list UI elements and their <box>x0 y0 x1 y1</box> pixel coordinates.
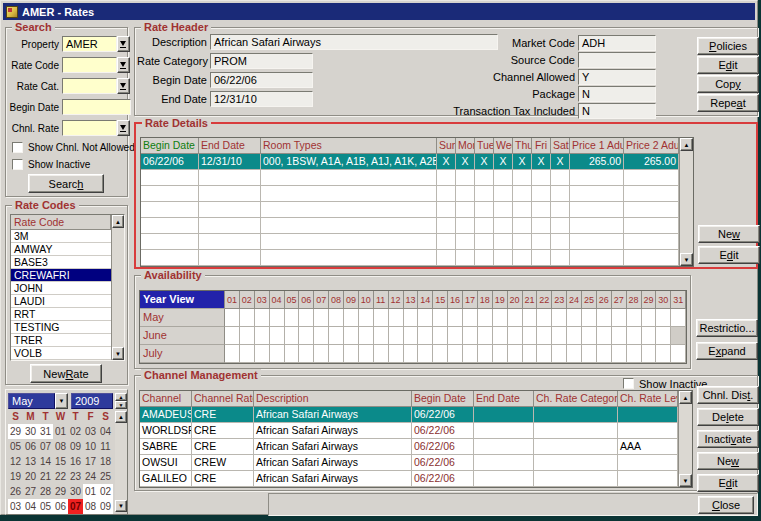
scroll-track[interactable] <box>112 228 124 347</box>
calendar-day[interactable]: 22 <box>53 469 68 484</box>
rate-code-item[interactable]: JOHN <box>11 282 111 295</box>
show-chnl-not-allowed-checkbox[interactable] <box>12 142 23 153</box>
new-button[interactable]: New <box>698 225 760 243</box>
transaction-tax-field[interactable]: N <box>578 103 656 119</box>
availability-cell[interactable] <box>582 309 597 327</box>
availability-cell[interactable] <box>448 309 463 327</box>
calendar-day[interactable]: 13 <box>23 454 38 469</box>
calendar-day[interactable]: 28 <box>38 484 53 499</box>
rate-code-item[interactable]: 3M <box>11 230 111 243</box>
chnl-rate-field[interactable] <box>62 120 117 136</box>
calendar-year-spinner[interactable]: ▲ ▼ <box>115 393 127 409</box>
market-code-field[interactable]: ADH <box>578 35 656 51</box>
rate-code-item[interactable]: LAUDI <box>11 295 111 308</box>
column-header-sun[interactable]: Sun <box>437 138 456 153</box>
availability-cell[interactable] <box>285 309 300 327</box>
calendar-day[interactable]: 07 <box>38 439 53 454</box>
calendar-day[interactable]: 23 <box>68 469 83 484</box>
column-header-channel-rate[interactable]: Channel Rate <box>192 391 254 406</box>
availability-cell[interactable] <box>478 345 493 363</box>
availability-cell[interactable] <box>389 345 404 363</box>
calendar-day[interactable]: 02 <box>98 484 113 499</box>
rate-code-field[interactable] <box>62 57 117 73</box>
availability-cell[interactable] <box>552 309 567 327</box>
calendar-day[interactable]: 18 <box>98 454 113 469</box>
availability-cell[interactable] <box>359 309 374 327</box>
begin-date-field[interactable] <box>62 99 131 115</box>
property-lov-button[interactable] <box>117 36 130 52</box>
availability-cell[interactable] <box>389 309 404 327</box>
availability-cell[interactable] <box>285 327 300 345</box>
availability-cell[interactable] <box>299 345 314 363</box>
availability-cell[interactable] <box>448 327 463 345</box>
availability-cell[interactable] <box>240 309 255 327</box>
availability-cell[interactable] <box>582 327 597 345</box>
rate-code-item[interactable]: CREWAFRI <box>11 269 111 282</box>
availability-cell[interactable] <box>225 327 240 345</box>
availability-cell[interactable] <box>225 345 240 363</box>
availability-cell[interactable] <box>508 309 523 327</box>
availability-cell[interactable] <box>478 309 493 327</box>
expand-button[interactable]: Expand <box>696 342 758 360</box>
rate-code-item[interactable]: TESTING <box>11 321 111 334</box>
policies-button[interactable]: Policies <box>697 37 759 55</box>
delete-button[interactable]: Delete <box>697 408 759 426</box>
inactivate-button[interactable]: Inactivate <box>697 430 759 448</box>
calendar-day[interactable]: 10 <box>83 439 98 454</box>
column-header-end-date[interactable]: End Date <box>474 391 534 406</box>
availability-cell[interactable] <box>642 309 657 327</box>
availability-cell[interactable] <box>344 327 359 345</box>
calendar-day[interactable]: 01 <box>83 484 98 499</box>
calendar-today[interactable]: 07 <box>68 499 83 514</box>
rate-code-item[interactable]: BASE3 <box>11 256 111 269</box>
availability-cell[interactable] <box>463 345 478 363</box>
calendar-scrollbar[interactable]: ▲ ▼ <box>115 411 127 512</box>
availability-cell[interactable] <box>374 309 389 327</box>
availability-cell[interactable] <box>552 327 567 345</box>
availability-cell[interactable] <box>627 309 642 327</box>
calendar-day[interactable]: 03 <box>83 424 98 439</box>
availability-cell[interactable] <box>478 327 493 345</box>
column-header-price-2-adul[interactable]: Price 2 Adul <box>624 138 679 153</box>
channel-row[interactable]: AMADEUSCREAfrican Safari Airways06/22/06 <box>140 407 678 423</box>
availability-cell[interactable] <box>627 345 642 363</box>
availability-cell[interactable] <box>255 309 270 327</box>
column-header-end-date[interactable]: End Date <box>199 138 261 153</box>
availability-cell[interactable] <box>671 345 686 363</box>
scroll-up-icon[interactable]: ▲ <box>115 411 127 423</box>
availability-cell[interactable] <box>508 345 523 363</box>
availability-cell[interactable] <box>404 309 419 327</box>
scroll-up-icon[interactable]: ▲ <box>680 138 693 151</box>
calendar-day[interactable]: 21 <box>38 469 53 484</box>
calendar-day[interactable]: 02 <box>68 424 83 439</box>
availability-cell[interactable] <box>537 345 552 363</box>
availability-cell[interactable] <box>671 327 686 345</box>
rate-detail-row[interactable]: 06/22/0612/31/10000, 1BSW, A1A, A1B, A1J… <box>141 154 679 170</box>
column-header-begin-date[interactable]: Begin Date <box>141 138 199 153</box>
availability-cell[interactable] <box>508 327 523 345</box>
availability-cell[interactable] <box>537 309 552 327</box>
calendar-day[interactable]: 09 <box>98 499 113 514</box>
calendar-day[interactable]: 11 <box>98 439 113 454</box>
edit-button[interactable]: Edit <box>697 474 759 492</box>
channel-row[interactable]: GALILEOCREAfrican Safari Airways06/22/06 <box>140 471 678 487</box>
calendar-day[interactable]: 09 <box>68 439 83 454</box>
column-header-tue[interactable]: Tue <box>475 138 494 153</box>
availability-cell[interactable] <box>597 345 612 363</box>
calendar-day[interactable]: 06 <box>23 439 38 454</box>
rate-cat-lov-button[interactable] <box>117 78 130 94</box>
edit-button[interactable]: Edit <box>698 246 760 264</box>
channel-row[interactable]: SABRECREAfrican Safari Airways06/22/06AA… <box>140 439 678 455</box>
calendar-year-field[interactable]: 2009 <box>71 393 113 409</box>
scroll-down-icon[interactable]: ▼ <box>112 347 124 360</box>
column-header-thu[interactable]: Thu <box>513 138 532 153</box>
availability-cell[interactable] <box>418 309 433 327</box>
availability-cell[interactable] <box>270 345 285 363</box>
availability-cell[interactable] <box>671 309 686 327</box>
calendar-day[interactable]: 17 <box>83 454 98 469</box>
availability-cell[interactable] <box>656 327 671 345</box>
rate-code-item[interactable]: RRT <box>11 308 111 321</box>
availability-cell[interactable] <box>612 327 627 345</box>
availability-cell[interactable] <box>240 327 255 345</box>
availability-cell[interactable] <box>537 327 552 345</box>
